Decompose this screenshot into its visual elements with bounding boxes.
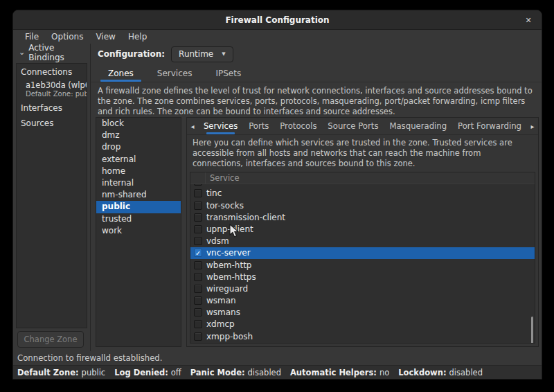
service-row[interactable]: wsman (190, 295, 535, 307)
service-label: transmission-client (206, 213, 285, 222)
service-row[interactable]: transmission-client (190, 211, 535, 223)
service-checkbox[interactable] (194, 237, 202, 245)
service-label: tor-socks (206, 201, 244, 211)
tab-services[interactable]: Services (147, 64, 203, 82)
sources-header[interactable]: Sources (17, 116, 87, 131)
tab-zone-protocols[interactable]: Protocols (274, 118, 322, 134)
service-checkbox[interactable] (194, 273, 202, 281)
zone-list: block dmz drop external home internal nm… (96, 117, 181, 347)
status-value: no (379, 368, 389, 377)
service-row[interactable]: tinc (190, 188, 535, 199)
dropdown-caret-icon: ▼ (222, 51, 225, 57)
tab-zone-ports[interactable]: Ports (243, 118, 274, 134)
configuration-dropdown[interactable]: Runtime ▼ (171, 46, 233, 62)
zone-row[interactable]: drop (96, 141, 181, 153)
zone-row-selected[interactable]: public (96, 201, 181, 213)
zone-row[interactable]: nm-shared (96, 189, 181, 201)
service-row[interactable]: xmpp-client (190, 342, 535, 344)
services-list: Service tile38 tinc (190, 172, 535, 344)
automatic-helpers-status: Automatic Helpers: no (290, 368, 389, 377)
service-label: tinc (206, 188, 222, 198)
status-label: Automatic Helpers: (290, 368, 377, 377)
tab-zone-masquerading[interactable]: Masquerading (384, 118, 452, 134)
tab-zone-services[interactable]: Services (198, 118, 243, 134)
close-icon[interactable]: ✕ (522, 14, 535, 26)
zone-description: A firewalld zone defines the level of tr… (91, 82, 542, 117)
service-row[interactable]: xmpp-bosh (190, 330, 535, 342)
titlebar[interactable]: Firewall Configuration ✕ (13, 10, 542, 30)
tab-zone-port-forwarding[interactable]: Port Forwarding (452, 118, 527, 134)
active-bindings-expander[interactable]: ⌄ Active Bindings (13, 44, 90, 62)
service-checkbox[interactable] (194, 332, 202, 341)
status-label: Panic Mode: (190, 368, 245, 377)
connection-zone-subtitle: Default Zone: public (17, 90, 87, 100)
left-panel: ⌄ Active Bindings Connections a1eb30da (… (13, 44, 91, 351)
main-tab-bar: Zones Services IPSets (91, 64, 542, 82)
scrollbar-thumb[interactable] (531, 317, 533, 344)
status-label: Log Denied: (114, 368, 168, 377)
service-row[interactable]: wbem-http (190, 259, 535, 271)
zone-row[interactable]: internal (96, 177, 181, 189)
log-denied-status: Log Denied: off (114, 368, 181, 377)
lockdown-status: Lockdown: disabled (398, 368, 483, 377)
menu-file[interactable]: File (19, 31, 45, 42)
status-value: off (171, 368, 181, 377)
zone-row[interactable]: external (96, 154, 181, 166)
service-row[interactable]: xdmcp (190, 319, 535, 330)
scroll-right-icon[interactable]: ▸ (527, 118, 538, 134)
service-checkbox-checked[interactable]: ✓ (194, 249, 202, 257)
service-checkbox[interactable] (194, 308, 202, 317)
service-checkbox[interactable] (194, 189, 202, 197)
zone-settings-panel: ◂ Services Ports Protocols Source Ports … (186, 117, 539, 347)
service-row[interactable]: wireguard (190, 283, 535, 294)
scroll-left-icon[interactable]: ◂ (187, 118, 198, 134)
main-content: ⌄ Active Bindings Connections a1eb30da (… (13, 44, 542, 351)
service-checkbox[interactable] (194, 320, 202, 328)
service-row-selected[interactable]: ✓ vnc-server (190, 247, 535, 259)
configuration-value: Runtime (179, 49, 213, 59)
tab-zone-source-ports[interactable]: Source Ports (322, 118, 384, 134)
service-row[interactable]: vdsm (190, 235, 535, 247)
services-description: Here you can define which services are t… (187, 135, 538, 170)
zone-row[interactable]: work (96, 225, 181, 237)
zone-row[interactable]: home (96, 166, 181, 177)
service-label: wireguard (206, 284, 248, 294)
service-checkbox[interactable] (194, 213, 202, 222)
zone-row[interactable]: block (96, 118, 181, 130)
tab-zones[interactable]: Zones (98, 64, 144, 82)
zone-settings-tab-bar: ◂ Services Ports Protocols Source Ports … (187, 118, 538, 135)
service-label: tile38 (206, 184, 230, 187)
services-column-header[interactable]: Service (190, 172, 535, 184)
service-checkbox[interactable] (194, 296, 202, 305)
service-label: wsman (206, 296, 236, 305)
change-zone-button[interactable]: Change Zone (17, 331, 84, 348)
service-checkbox[interactable] (194, 202, 202, 210)
menu-help[interactable]: Help (122, 31, 153, 42)
panic-mode-status: Panic Mode: disabled (190, 368, 281, 377)
service-checkbox[interactable] (194, 285, 202, 293)
service-row[interactable]: wsmans (190, 307, 535, 319)
service-row[interactable]: tor-socks (190, 199, 535, 211)
firewall-config-window: Firewall Configuration ✕ File Options Vi… (12, 10, 542, 380)
service-row[interactable]: wbem-https (190, 271, 535, 283)
service-label: xmpp-bosh (206, 332, 253, 341)
menubar: File Options View Help (13, 30, 542, 44)
connection-item[interactable]: a1eb30da (wlp61s0) (17, 79, 87, 90)
zone-row[interactable]: dmz (96, 130, 181, 141)
service-label: upnp-client (206, 224, 253, 234)
menu-view[interactable]: View (89, 31, 121, 42)
service-checkbox[interactable] (194, 261, 202, 269)
tab-ipsets[interactable]: IPSets (205, 64, 251, 82)
connections-header: Connections (17, 64, 87, 79)
status-value: disabled (248, 368, 281, 377)
zone-row[interactable]: trusted (96, 213, 181, 225)
interfaces-header[interactable]: Interfaces (17, 100, 87, 116)
service-label: vnc-server (206, 248, 251, 258)
service-row[interactable]: upnp-client (190, 223, 535, 235)
service-checkbox[interactable] (194, 225, 202, 233)
status-value: disabled (449, 368, 483, 377)
menu-options[interactable]: Options (45, 31, 89, 42)
status-label: Lockdown: (398, 368, 446, 377)
service-checkbox[interactable] (194, 184, 202, 186)
service-label: vdsm (206, 236, 229, 246)
